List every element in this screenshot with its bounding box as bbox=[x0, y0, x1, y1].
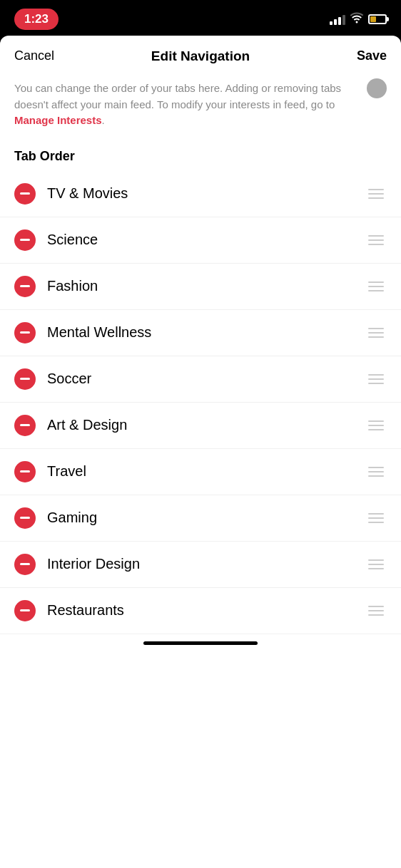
tab-item-left: Mental Wellness bbox=[14, 322, 151, 343]
remove-tab-button[interactable] bbox=[14, 600, 36, 621]
drag-handle-icon[interactable] bbox=[365, 371, 387, 387]
tab-label: Mental Wellness bbox=[47, 324, 151, 341]
nav-header: Cancel Edit Navigation Save bbox=[0, 36, 401, 73]
tab-item: Art & Design bbox=[0, 403, 401, 449]
tab-item: Science bbox=[0, 217, 401, 264]
tab-label: Restaurants bbox=[47, 602, 124, 619]
tab-item: Restaurants bbox=[0, 588, 401, 634]
tab-item: Mental Wellness bbox=[0, 310, 401, 356]
home-indicator bbox=[0, 634, 401, 651]
tab-item: Interior Design bbox=[0, 542, 401, 588]
tab-item-left: Travel bbox=[14, 461, 86, 482]
tab-item-left: Fashion bbox=[14, 276, 98, 297]
drag-handle-icon[interactable] bbox=[365, 186, 387, 202]
cancel-button[interactable]: Cancel bbox=[14, 48, 54, 63]
tab-item-left: Science bbox=[14, 229, 98, 251]
remove-tab-button[interactable] bbox=[14, 554, 36, 575]
drag-circle-indicator bbox=[367, 78, 387, 98]
section-header: Tab Order bbox=[0, 133, 401, 171]
status-bar: 1:23 bbox=[0, 0, 401, 36]
tab-label: Gaming bbox=[47, 510, 97, 526]
drag-handle-icon[interactable] bbox=[365, 464, 387, 480]
drag-handle-icon[interactable] bbox=[365, 232, 387, 248]
manage-interests-link[interactable]: Manage Interests bbox=[14, 114, 102, 126]
remove-tab-button[interactable] bbox=[14, 368, 36, 390]
tab-label: Fashion bbox=[47, 278, 98, 294]
battery-icon bbox=[368, 14, 387, 24]
remove-tab-button[interactable] bbox=[14, 276, 36, 297]
tab-item-left: Art & Design bbox=[14, 415, 127, 436]
remove-tab-button[interactable] bbox=[14, 461, 36, 482]
remove-tab-button[interactable] bbox=[14, 507, 36, 529]
description-text: You can change the order of your tabs he… bbox=[0, 73, 372, 133]
drag-handle-icon[interactable] bbox=[365, 603, 387, 619]
tab-label: Art & Design bbox=[47, 417, 127, 433]
save-button[interactable]: Save bbox=[357, 48, 387, 63]
status-icons bbox=[330, 12, 387, 26]
remove-tab-button[interactable] bbox=[14, 229, 36, 251]
signal-bars-icon bbox=[330, 14, 345, 25]
drag-handle-icon[interactable] bbox=[365, 418, 387, 433]
tab-item-left: Soccer bbox=[14, 368, 91, 390]
page-title: Edit Navigation bbox=[151, 48, 250, 64]
main-content: Cancel Edit Navigation Save You can chan… bbox=[0, 36, 401, 868]
tab-item: TV & Movies bbox=[0, 171, 401, 217]
remove-tab-button[interactable] bbox=[14, 322, 36, 343]
tab-label: Science bbox=[47, 232, 98, 248]
tab-item: Fashion bbox=[0, 264, 401, 310]
remove-tab-button[interactable] bbox=[14, 415, 36, 436]
tab-list: TV & Movies Science Fashion bbox=[0, 171, 401, 634]
drag-handle-icon[interactable] bbox=[365, 325, 387, 341]
tab-item-left: Interior Design bbox=[14, 554, 140, 575]
tab-label: Travel bbox=[47, 463, 86, 480]
tab-item: Soccer bbox=[0, 356, 401, 403]
status-time: 1:23 bbox=[14, 9, 59, 30]
drag-handle-icon[interactable] bbox=[365, 510, 387, 526]
tab-item-left: Gaming bbox=[14, 507, 97, 529]
drag-handle-icon[interactable] bbox=[365, 279, 387, 294]
remove-tab-button[interactable] bbox=[14, 183, 36, 205]
wifi-icon bbox=[350, 12, 364, 26]
drag-handle-icon[interactable] bbox=[365, 557, 387, 572]
tab-item-left: TV & Movies bbox=[14, 183, 128, 205]
tab-item: Travel bbox=[0, 449, 401, 495]
tab-label: TV & Movies bbox=[47, 185, 128, 202]
tab-label: Soccer bbox=[47, 371, 91, 387]
tab-label: Interior Design bbox=[47, 556, 140, 572]
tab-item: Gaming bbox=[0, 495, 401, 542]
tab-item-left: Restaurants bbox=[14, 600, 124, 621]
